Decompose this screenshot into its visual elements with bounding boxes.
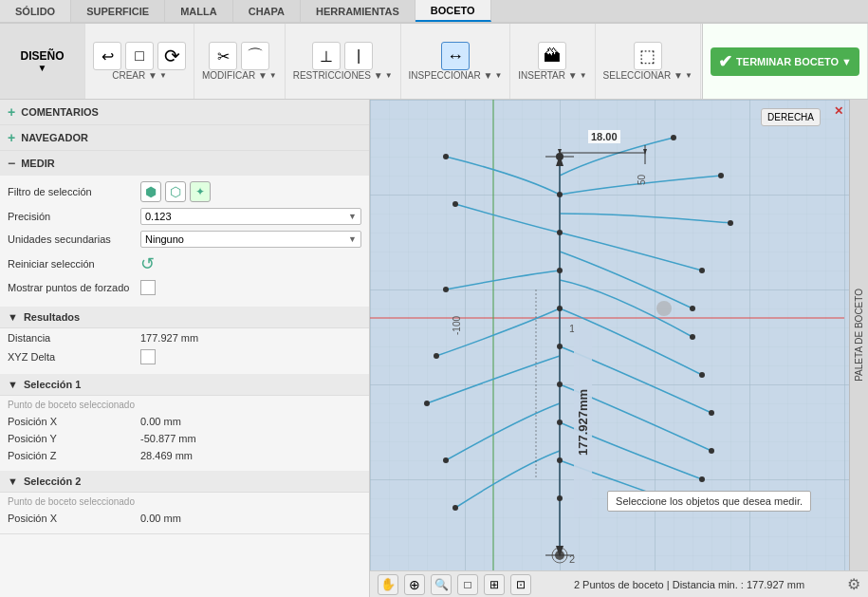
tab-malla[interactable]: MALLA: [165, 0, 233, 22]
crear-undo-icon[interactable]: ↩: [93, 42, 121, 70]
tool-zoom-in[interactable]: ⊕: [404, 574, 425, 595]
canvas-grid-svg: 1 2 -100 50: [370, 100, 868, 597]
comentarios-plus-icon: +: [8, 104, 15, 120]
tab-herramientas[interactable]: HERRAMIENTAS: [301, 0, 416, 22]
restricciones-vert-icon[interactable]: |: [344, 42, 373, 70]
tab-solido[interactable]: SÓLIDO: [0, 0, 71, 22]
crear-rect-icon[interactable]: □: [125, 42, 154, 70]
palette-label: PALETA DE BOCETO: [854, 289, 864, 382]
tool-grid2[interactable]: ⊡: [510, 574, 531, 595]
restricciones-icons: ⊥ |: [312, 42, 373, 70]
modificar-cut-icon[interactable]: ✂: [209, 42, 237, 70]
comentarios-label: COMENTARIOS: [21, 106, 99, 118]
medir-header[interactable]: − MEDIR: [0, 151, 369, 176]
terminar-boceto-button[interactable]: ✔ TERMINAR BOCETO ▼: [711, 47, 859, 76]
inspeccionar-label[interactable]: INSPECCIONAR ▼: [409, 70, 503, 81]
resultados-header[interactable]: ▼ Resultados: [0, 307, 369, 328]
crear-label[interactable]: CREAR ▼: [112, 70, 167, 81]
s1-posz-label: Posición Z: [8, 450, 140, 461]
tool-grid[interactable]: ⊞: [484, 574, 505, 595]
toolbar-modificar: ✂ ⌒ MODIFICAR ▼: [194, 24, 286, 99]
mostrar-checkbox[interactable]: [140, 280, 156, 295]
status-tools: ✋ ⊕ 🔍 □ ⊞ ⊡: [378, 574, 531, 595]
canvas-area: 1 2 -100 50 18.00 177.927 mm DERECHA ✕ S…: [370, 100, 868, 597]
derecha-close-icon[interactable]: ✕: [834, 104, 843, 118]
toolbar-seleccionar: ⬚ SELECCIONAR ▼: [596, 24, 701, 99]
svg-point-19: [728, 220, 733, 226]
seleccion2-header[interactable]: ▼ Selección 2: [0, 471, 369, 493]
svg-point-29: [452, 201, 458, 207]
filter-icon-3[interactable]: ✦: [190, 181, 211, 202]
restricciones-perp-icon[interactable]: ⊥: [312, 42, 341, 70]
svg-point-23: [699, 372, 705, 378]
svg-point-17: [671, 135, 676, 140]
tab-bar: SÓLIDO SUPERFICIE MALLA CHAPA HERRAMIENT…: [0, 0, 868, 24]
reiniciar-label: Reiniciar selección: [8, 258, 140, 270]
s1-posx-label: Posición X: [8, 416, 140, 427]
svg-point-34: [452, 505, 458, 511]
navegador-header[interactable]: + NAVEGADOR: [0, 125, 369, 150]
settings-icon[interactable]: ⚙: [847, 575, 860, 593]
svg-point-33: [443, 457, 449, 463]
seleccion1-label: Selección 1: [24, 379, 82, 390]
navegador-plus-icon: +: [8, 130, 15, 145]
s1-posy-value: -50.877 mm: [140, 433, 361, 444]
svg-point-25: [709, 448, 714, 454]
svg-point-18: [718, 173, 724, 178]
filter-icon-1[interactable]: ⬢: [140, 181, 161, 202]
design-label: DISEÑO: [20, 49, 64, 63]
seleccion1-triangle-icon: ▼: [8, 379, 18, 390]
crear-icons: ↩ □ ⟳: [93, 42, 186, 70]
svg-point-49: [656, 301, 672, 316]
design-button[interactable]: DISEÑO ▼: [0, 24, 85, 99]
toolbar-crear: ↩ □ ⟳ CREAR ▼: [85, 24, 194, 99]
tool-hand[interactable]: ✋: [378, 574, 398, 595]
inspeccionar-measure-icon[interactable]: ↔: [441, 42, 470, 70]
tool-fit[interactable]: □: [457, 574, 478, 595]
terminar-label: TERMINAR BOCETO ▼: [736, 56, 852, 67]
unidades-select[interactable]: Ninguno: [140, 231, 361, 248]
main-area: + COMENTARIOS + NAVEGADOR − MEDIR Filtro…: [0, 100, 868, 597]
toolbar: DISEÑO ▼ ↩ □ ⟳ CREAR ▼ ✂ ⌒ MODIFICAR ▼ ⊥…: [0, 24, 868, 100]
section-medir: − MEDIR Filtro de selección ⬢ ⬡ ✦ Precis…: [0, 151, 369, 534]
navegador-label: NAVEGADOR: [21, 132, 88, 143]
seleccion1-header[interactable]: ▼ Selección 1: [0, 374, 369, 396]
medir-content: Filtro de selección ⬢ ⬡ ✦ Precisión 0.12…: [0, 176, 369, 307]
comentarios-header[interactable]: + COMENTARIOS: [0, 100, 369, 124]
tab-boceto[interactable]: BOCETO: [416, 0, 491, 22]
status-text: 2 Puntos de boceto | Distancia min. : 17…: [574, 579, 804, 590]
canvas-tooltip: Seleccione los objetos que desea medir.: [607, 491, 811, 512]
distancia-value: 177.927 mm: [140, 332, 361, 344]
left-panel: + COMENTARIOS + NAVEGADOR − MEDIR Filtro…: [0, 100, 370, 597]
modificar-label[interactable]: MODIFICAR ▼: [202, 70, 277, 81]
mostrar-label: Mostrar puntos de forzado: [8, 282, 140, 293]
toolbar-inspeccionar: ↔ INSPECCIONAR ▼: [401, 24, 511, 99]
reiniciar-icon[interactable]: ↺: [140, 253, 155, 274]
tool-zoom-out[interactable]: 🔍: [431, 574, 452, 595]
modificar-arc-icon[interactable]: ⌒: [241, 42, 269, 70]
toolbar-terminar: ✔ TERMINAR BOCETO ▼: [702, 24, 868, 99]
section-navegador: + NAVEGADOR: [0, 125, 369, 151]
palette-strip[interactable]: PALETA DE BOCETO: [849, 100, 868, 570]
s2-posx-value: 0.00 mm: [140, 513, 361, 524]
derecha-button[interactable]: DERECHA: [761, 108, 821, 126]
crear-circle-icon[interactable]: ⟳: [157, 42, 186, 70]
tab-chapa[interactable]: CHAPA: [233, 0, 301, 22]
xyz-checkbox[interactable]: [140, 349, 156, 364]
precision-select[interactable]: 0.123: [140, 208, 361, 225]
insertar-image-icon[interactable]: 🏔: [538, 42, 566, 70]
seleccionar-select-icon[interactable]: ⬚: [634, 42, 662, 70]
modificar-icons: ✂ ⌒: [209, 42, 269, 70]
s2-posx-row: Posición X 0.00 mm: [8, 513, 361, 524]
s2-posx-label: Posición X: [8, 513, 140, 524]
resultados-content: Distancia 177.927 mm XYZ Delta: [0, 328, 369, 374]
tab-superficie[interactable]: SUPERFICIE: [71, 0, 165, 22]
svg-point-20: [699, 268, 705, 273]
insertar-label[interactable]: INSERTAR ▼: [518, 70, 586, 81]
seleccionar-label[interactable]: SELECCIONAR ▼: [603, 70, 693, 81]
terminar-check-icon: ✔: [718, 51, 732, 72]
toolbar-restricciones: ⊥ | RESTRICCIONES ▼: [286, 24, 401, 99]
restricciones-label[interactable]: RESTRICCIONES ▼: [293, 70, 393, 81]
filter-icon-2[interactable]: ⬡: [165, 181, 186, 202]
filtro-row: Filtro de selección ⬢ ⬡ ✦: [8, 181, 361, 202]
